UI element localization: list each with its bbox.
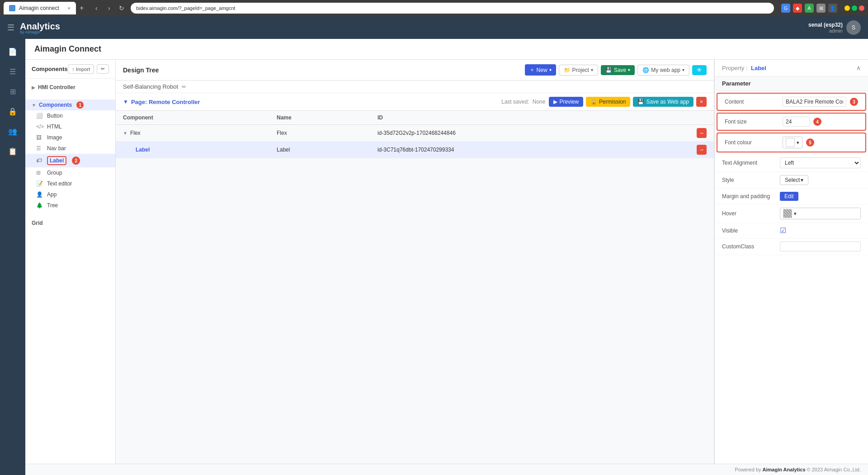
sidebar-icon-grid[interactable]: ⊞ xyxy=(4,82,22,100)
minimize-btn[interactable] xyxy=(844,5,850,11)
hmi-arrow-icon: ▶ xyxy=(32,85,35,90)
new-btn[interactable]: ＋ New ▾ xyxy=(525,64,556,76)
comp-item-group[interactable]: ⊞ Group xyxy=(25,167,115,178)
hamburger-menu[interactable]: ☰ xyxy=(7,23,14,33)
sidebar-icon-lock[interactable]: 🔒 xyxy=(4,102,22,120)
my-web-app-btn[interactable]: 🌐 My web app ▾ xyxy=(637,65,689,76)
forward-btn[interactable]: › xyxy=(104,3,114,14)
hmi-controller-header[interactable]: ▶ HMI Controller xyxy=(25,82,115,92)
components-badge: 1 xyxy=(76,101,84,109)
page-label-text: Page: Remote Controller xyxy=(131,99,200,105)
comp-item-label[interactable]: 🏷 Label 2 xyxy=(25,154,115,167)
expand-arrow-icon[interactable]: ▼ xyxy=(123,99,128,105)
flex-remove-btn[interactable]: − xyxy=(697,128,707,138)
project-edit-icon[interactable]: ✏ xyxy=(182,84,186,90)
import-btn[interactable]: ↑ Import xyxy=(68,64,94,74)
window-buttons xyxy=(844,5,864,11)
save-as-web-app-btn[interactable]: 💾 Save as Web app xyxy=(633,97,693,107)
property-row-fontsize: Font size 4 xyxy=(717,113,866,131)
brand: Analytics by Aimagin xyxy=(20,21,60,34)
preview-btn[interactable]: ▶ Preview xyxy=(549,97,583,107)
flex-expand-icon[interactable]: ▼ xyxy=(123,131,127,136)
sidebar-icon-document[interactable]: 📄 xyxy=(4,43,22,61)
collapse-icon[interactable]: ∧ xyxy=(856,64,861,71)
hover-swatch xyxy=(783,209,792,218)
permission-btn[interactable]: 🔒 Permission xyxy=(586,97,630,107)
flex-action-cell: − xyxy=(689,125,714,142)
page-content: Aimagin Connect Components ↑ Import ✏ xyxy=(25,39,868,475)
eye-btn[interactable]: 👁 xyxy=(692,65,707,75)
right-panel-header: Property : Label ∧ xyxy=(715,60,868,76)
sidebar-icon-clipboard[interactable]: 📋 xyxy=(4,142,22,160)
tab-close-btn[interactable]: × xyxy=(68,5,71,11)
fontcolour-label: Font colour xyxy=(725,139,779,146)
design-tree-actions: ＋ New ▾ 📁 Project ▾ 💾 Save ▾ xyxy=(525,64,707,76)
browser-tab[interactable]: Aimagin connect × xyxy=(4,2,76,14)
components-section-header[interactable]: ▼ Components 1 xyxy=(25,100,115,110)
col-name: Name xyxy=(269,111,370,125)
footer-text: Powered by xyxy=(735,467,761,472)
tree-icon: 🌲 xyxy=(36,202,43,209)
tab-favicon xyxy=(9,5,15,11)
close-page-btn[interactable]: × xyxy=(696,97,707,107)
flex-name-cell[interactable]: Flex xyxy=(269,125,370,142)
grid-section-header[interactable]: Grid xyxy=(25,218,115,228)
customclass-input[interactable] xyxy=(780,242,861,252)
design-table: Component Name ID ▼ xyxy=(116,111,714,158)
textalign-label: Text Alignment xyxy=(722,160,776,166)
page-actions: ▶ Preview 🔒 Permission 💾 Save as Web app xyxy=(549,97,707,107)
comp-item-text-editor[interactable]: 📝 Text editor xyxy=(25,178,115,189)
comp-item-html[interactable]: </> HTML xyxy=(25,121,115,132)
style-select-btn[interactable]: Select ▾ xyxy=(780,175,808,185)
address-bar[interactable]: bidev.aimagin.com/?_pageId=_page_amgcnt xyxy=(131,3,774,14)
sidebar-icon-list[interactable]: ☰ xyxy=(4,62,22,81)
edit-btn[interactable]: ✏ xyxy=(97,64,109,74)
flex-id: id-35d72G2v2p-1702468244846 xyxy=(377,130,456,136)
eye-icon: 👁 xyxy=(697,67,702,73)
extension-icon-4[interactable]: ⊞ xyxy=(816,4,826,13)
user-role: admin xyxy=(808,28,843,33)
sidebar-icon-users[interactable]: 👥 xyxy=(4,122,22,140)
save-btn[interactable]: 💾 Save ▾ xyxy=(601,65,635,75)
extension-icon-5[interactable]: 👤 xyxy=(828,4,837,13)
comp-item-button[interactable]: ⬜ Button xyxy=(25,110,115,121)
project-btn[interactable]: 📁 Project ▾ xyxy=(559,65,598,76)
fontsize-input[interactable] xyxy=(783,117,810,127)
flex-id-cell: id-35d72G2v2p-1702468244846 xyxy=(370,125,689,142)
extension-icon-2[interactable]: ◆ xyxy=(793,4,802,13)
left-panel-header: Components ↑ Import ✏ xyxy=(25,60,115,79)
visible-checkbox[interactable]: ☑ xyxy=(780,227,786,234)
extension-icon-3[interactable]: A xyxy=(805,4,814,13)
back-btn[interactable]: ‹ xyxy=(91,3,102,14)
app-icon: 👤 xyxy=(36,191,43,198)
label-name-cell[interactable]: Label xyxy=(269,142,370,158)
new-tab-btn[interactable]: + xyxy=(80,4,84,12)
new-dropdown-arrow-icon: ▾ xyxy=(549,67,552,72)
property-label: Property : xyxy=(722,65,747,71)
comp-item-image[interactable]: 🖼 Image xyxy=(25,132,115,143)
col-actions xyxy=(689,111,714,125)
table-row[interactable]: Label Label id-3C71q76dbt-1702470299334 xyxy=(116,142,714,158)
preview-icon: ▶ xyxy=(553,99,557,105)
comp-item-tree[interactable]: 🌲 Tree xyxy=(25,200,115,211)
close-btn[interactable] xyxy=(859,5,864,11)
textalign-select[interactable]: Left Center Right xyxy=(780,157,861,168)
comp-item-navbar[interactable]: ☰ Nav bar xyxy=(25,143,115,154)
label-remove-btn[interactable]: − xyxy=(697,145,707,155)
user-avatar[interactable]: S xyxy=(846,20,861,35)
margin-edit-btn[interactable]: Edit xyxy=(780,192,798,201)
maximize-btn[interactable] xyxy=(852,5,857,11)
navbar-icon: ☰ xyxy=(36,145,43,152)
table-row[interactable]: ▼ Flex Flex id-35d72G2v2p-1702468244846 xyxy=(116,125,714,142)
fontcolour-picker[interactable]: ▾ xyxy=(783,137,802,148)
flex-component-cell: ▼ Flex xyxy=(116,125,269,142)
label-badge: 2 xyxy=(72,157,80,165)
content-input[interactable] xyxy=(783,97,846,107)
margin-edit-label: Edit xyxy=(784,193,794,200)
extension-icon-1[interactable]: G xyxy=(781,4,790,13)
label-component-cell: Label xyxy=(116,142,269,158)
comp-item-app[interactable]: 👤 App xyxy=(25,189,115,200)
hover-picker[interactable]: ▾ xyxy=(780,208,861,219)
reload-btn[interactable]: ↻ xyxy=(116,3,127,14)
table-head: Component Name ID xyxy=(116,111,714,125)
